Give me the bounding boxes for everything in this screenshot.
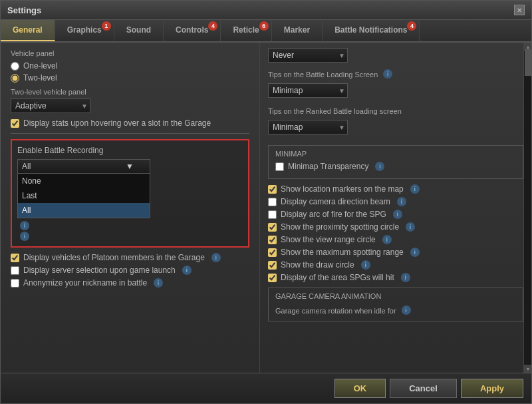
main-content: Vehicle panel One-level Two-level Two-le… xyxy=(1,43,531,373)
never-dropdown[interactable]: Never xyxy=(268,48,348,63)
recording-dropdown-arrow: ▼ xyxy=(126,162,134,171)
badge-graphics: 1 xyxy=(102,21,111,31)
tips-battle-row: Tips on the Battle Loading Screen i xyxy=(268,67,523,81)
minimap-section: Minimap Minimap Transparency i xyxy=(268,145,523,179)
tab-battle-notifications[interactable]: Battle Notifications 4 xyxy=(323,20,420,41)
info-icon-recording-1[interactable]: i xyxy=(20,221,29,230)
tab-bar: General Graphics 1 Sound Controls 4 Reti… xyxy=(1,20,531,43)
info-icon-spg[interactable]: i xyxy=(401,273,410,282)
ok-button[interactable]: OK xyxy=(334,379,386,398)
show-max-spotting-checkbox[interactable] xyxy=(268,248,277,257)
info-icon-vehicles[interactable]: i xyxy=(211,253,221,262)
show-draw-circle-checkbox[interactable] xyxy=(268,261,277,270)
tips-ranked-label: Tips on the Ranked Battle loading screen xyxy=(268,107,402,115)
tab-sound[interactable]: Sound xyxy=(114,20,164,41)
display-vehicles-item: Display vehicles of Platoon members in t… xyxy=(11,253,249,262)
option-none[interactable]: None xyxy=(18,174,150,188)
adaptive-dropdown[interactable]: Adaptive xyxy=(11,99,90,113)
tips-battle-label: Tips on the Battle Loading Screen xyxy=(268,71,378,79)
show-view-range-item: Show the view range circle i xyxy=(268,235,523,244)
option-all[interactable]: All xyxy=(18,203,150,218)
tab-graphics[interactable]: Graphics 1 xyxy=(55,20,114,41)
info-icon-arc[interactable]: i xyxy=(393,210,402,219)
minimap-transparency-checkbox[interactable] xyxy=(275,162,284,171)
enable-recording-box: Enable Battle Recording All ▼ None Last … xyxy=(11,139,249,248)
settings-window: Settings ✕ General Graphics 1 Sound Cont… xyxy=(0,0,532,404)
info-icon-server[interactable]: i xyxy=(182,266,192,275)
minimap2-dropdown[interactable]: Minimap xyxy=(268,120,348,134)
two-level-label: Two-level xyxy=(23,73,57,83)
recording-dropdown-container: All ▼ None Last All xyxy=(17,159,243,218)
show-proximity-checkbox[interactable] xyxy=(268,223,277,232)
info-icon-garage-rotation[interactable]: i xyxy=(402,305,411,315)
one-level-radio[interactable] xyxy=(11,62,19,71)
tab-reticle[interactable]: Reticle 6 xyxy=(221,20,271,41)
badge-reticle: 6 xyxy=(259,21,269,31)
scroll-down-button[interactable]: ▼ xyxy=(524,365,531,373)
display-camera-label: Display camera direction beam xyxy=(281,197,390,206)
display-arc-label: Display arc of fire for the SPG xyxy=(281,210,386,219)
scrollbar-thumb[interactable] xyxy=(525,49,531,76)
info-icon-max-spotting[interactable]: i xyxy=(410,248,420,257)
two-level-radio-item: Two-level xyxy=(11,73,249,83)
minimap-transparency-item: Minimap Transparency i xyxy=(275,162,516,171)
display-arc-checkbox[interactable] xyxy=(268,210,277,219)
info-icon-view-range[interactable]: i xyxy=(382,235,392,244)
info-icon-proximity[interactable]: i xyxy=(406,222,415,232)
minimap1-dropdown[interactable]: Minimap xyxy=(268,83,348,98)
display-stats-checkbox[interactable] xyxy=(11,119,19,128)
footer: OK Cancel Apply xyxy=(1,373,531,403)
window-title: Settings xyxy=(7,5,41,15)
two-level-radio[interactable] xyxy=(11,74,19,83)
vehicle-panel-label: Vehicle panel xyxy=(11,49,249,57)
display-camera-checkbox[interactable] xyxy=(268,198,277,206)
display-camera-item: Display camera direction beam i xyxy=(268,197,523,206)
info-icon-minimap-transparency[interactable]: i xyxy=(375,162,384,171)
one-level-label: One-level xyxy=(23,61,57,71)
show-draw-circle-item: Show the draw circle i xyxy=(268,260,523,270)
close-button[interactable]: ✕ xyxy=(514,5,525,15)
recording-dropdown[interactable]: All ▼ xyxy=(17,159,150,174)
minimap-transparency-label: Minimap Transparency xyxy=(288,162,368,171)
never-dropdown-container: Never ▼ xyxy=(268,48,348,63)
title-bar: Settings ✕ xyxy=(1,1,531,20)
info-icon-anonymize[interactable]: i xyxy=(154,278,163,288)
garage-section: Garage Camera Animation Garage camera ro… xyxy=(268,288,523,321)
tab-marker[interactable]: Marker xyxy=(272,20,323,41)
minimap2-dropdown-wrapper: Minimap ▼ xyxy=(268,120,348,134)
info-icon-tips-battle[interactable]: i xyxy=(383,69,392,79)
show-location-checkbox[interactable] xyxy=(268,185,277,194)
show-proximity-label: Show the proximity spotting circle xyxy=(281,222,399,232)
display-server-item: Display server selection upon game launc… xyxy=(11,266,249,275)
left-panel: Vehicle panel One-level Two-level Two-le… xyxy=(1,43,260,373)
show-location-item: Show location markers on the map i xyxy=(268,184,523,194)
info-icon-recording-2[interactable]: i xyxy=(20,232,29,241)
badge-battle-notifications: 4 xyxy=(407,21,416,31)
info-icon-camera[interactable]: i xyxy=(397,197,406,206)
display-stats-item: Display stats upon hovering over a slot … xyxy=(11,118,249,128)
display-stats-label: Display stats upon hovering over a slot … xyxy=(23,118,211,128)
info-icon-location[interactable]: i xyxy=(410,184,420,194)
show-proximity-item: Show the proximity spotting circle i xyxy=(268,222,523,232)
display-spg-checkbox[interactable] xyxy=(268,274,277,282)
anonymize-checkbox[interactable] xyxy=(11,279,19,288)
display-vehicles-label: Display vehicles of Platoon members in t… xyxy=(23,253,205,262)
minimap-section-title: Minimap xyxy=(275,150,516,158)
tab-controls[interactable]: Controls 4 xyxy=(164,20,221,41)
display-spg-item: Display of the area SPGs will hit i xyxy=(268,273,523,282)
never-dropdown-wrapper: Never ▼ xyxy=(268,48,523,63)
vehicle-panel-radio-group: One-level Two-level xyxy=(11,61,249,83)
show-max-spotting-item: Show the maximum spotting range i xyxy=(268,248,523,257)
garage-section-title: Garage Camera Animation xyxy=(275,292,516,300)
info-icon-draw-circle[interactable]: i xyxy=(361,260,370,270)
apply-button[interactable]: Apply xyxy=(461,379,523,398)
tab-general[interactable]: General xyxy=(1,20,55,41)
display-spg-label: Display of the area SPGs will hit xyxy=(281,273,394,282)
option-last[interactable]: Last xyxy=(18,188,150,203)
cancel-button[interactable]: Cancel xyxy=(390,379,457,398)
display-vehicles-checkbox[interactable] xyxy=(11,254,19,262)
badge-controls: 4 xyxy=(208,21,217,31)
display-server-checkbox[interactable] xyxy=(11,266,19,275)
two-level-panel-label: Two-level vehicle panel xyxy=(11,88,249,96)
show-view-range-checkbox[interactable] xyxy=(268,236,277,244)
